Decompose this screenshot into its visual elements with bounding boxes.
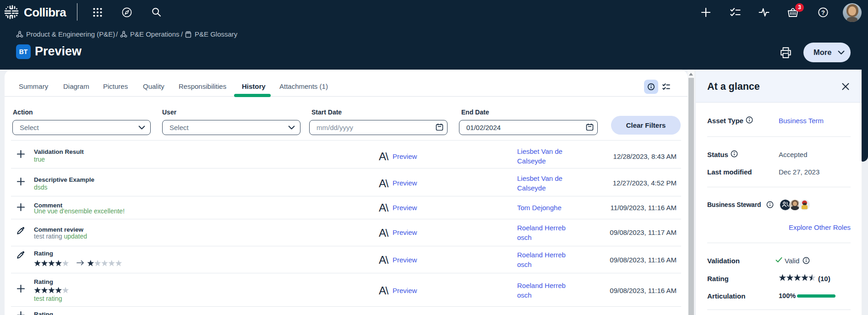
svg-text:?: ? — [821, 9, 825, 16]
